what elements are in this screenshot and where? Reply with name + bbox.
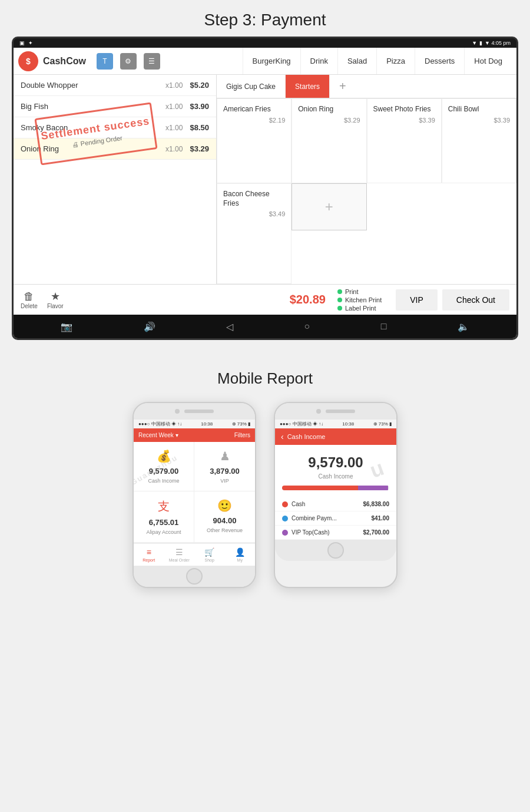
menu-item-add[interactable]: + [292,183,366,230]
cash-dot-1 [282,516,288,521]
cash-bar-purple [358,486,388,490]
report-week-title[interactable]: Recent Week ▾ [138,432,178,438]
phone1-top [134,403,255,420]
sub-tab-add[interactable]: + [330,75,356,98]
delete-action[interactable]: 🗑 Delete [21,291,38,309]
cash-income-icon: 💰 [157,449,171,463]
order-item-0[interactable]: Double Whopper x1.00 $5.20 [14,75,216,96]
menu-item-name-1: Onion Ring [298,105,360,114]
bnav-meal-icon: ☰ [175,547,183,557]
menu-item-2[interactable]: Sweet Photo Fries $3.39 [367,98,442,183]
menu-area: Gigis Cup Cake Starters + American Fries… [217,75,516,284]
app-navbar: $ CashCow T ⚙ ☰ BurgerKing Drink Salad P… [14,48,516,75]
android-home-btn[interactable]: ○ [304,321,310,332]
tablet-frame: ▣ ✦ ▼ ▮ ▼ 4:05 pm $ CashCow T ⚙ ☰ Burger… [12,37,518,340]
menu-item-price-3: $3.39 [493,117,510,124]
cash-income-title: Cash Income [287,433,326,440]
bnav-report[interactable]: ≡ Report [134,544,164,566]
print-label-1: Print [345,288,359,295]
print-dot-2 [337,298,342,302]
app-logo: $ [18,51,38,71]
phone2-home-button[interactable] [327,542,344,559]
print-label-2: Kitchen Print [345,296,382,303]
android-camera-btn[interactable]: 📷 [61,321,72,332]
tab-burgerking[interactable]: BurgerKing [243,48,300,74]
flavor-action[interactable]: ★ Flavor [47,290,64,309]
menu-item-0[interactable]: American Fries $2.19 [217,98,292,183]
list-icon[interactable]: ☰ [144,53,160,70]
cash-main-value: 9,579.00 [275,445,396,473]
item-qty-0: x1.00 [165,81,183,90]
android-back-btn[interactable]: ◁ [226,321,233,332]
sub-tab-starters[interactable]: Starters [286,75,330,98]
phone2-status-bar: ●●●○ 中国移动 ◈ ↑↓ 10:38 ⊕ 73% ▮ [275,420,396,428]
battery-icon: ▮ [479,40,482,46]
android-vol2-btn[interactable]: 🔈 [458,321,469,332]
print-dot-1 [337,289,342,294]
item-qty-1: x1.00 [165,103,183,111]
phone2-time: 10:38 [342,421,354,427]
phone2-camera [316,409,321,414]
vip-icon: ♟ [220,449,230,463]
cash-item-value-2: $2,700.00 [363,529,390,536]
bnav-my-icon: 👤 [235,547,245,557]
tab-desserts[interactable]: Desserts [415,48,464,74]
app-name-label: CashCow [43,56,86,67]
bnav-shop[interactable]: 🛒 Shop [194,544,225,566]
delete-label: Delete [21,303,38,309]
checkout-button[interactable]: Check Out [442,289,509,311]
cash-item-name-2: VIP Top(Cash) [292,529,360,536]
time-display: ▼ 4:05 pm [485,40,511,46]
tab-pizza[interactable]: Pizza [376,48,415,74]
tab-salad[interactable]: Salad [337,48,376,74]
phone2-battery: ⊕ 73% ▮ [373,421,392,427]
bnav-shop-label: Shop [205,558,214,562]
phone1-time: 10:38 [201,421,213,427]
other-revenue-label: Other Revenue [207,527,243,533]
android-vol-btn[interactable]: 🔊 [144,321,155,332]
menu-item-price-2: $3.39 [419,117,435,124]
tablet-status-bar: ▣ ✦ ▼ ▮ ▼ 4:05 pm [14,38,516,48]
tab-hotdog[interactable]: Hot Dog [464,48,512,74]
cash-item-2: VIP Top(Cash) $2,700.00 [275,526,396,540]
bnav-meal-order[interactable]: ☰ Meal Order [164,544,195,566]
report-header: Recent Week ▾ Filters [134,428,255,442]
cash-item-value-0: $6,838.00 [363,501,390,507]
phone1-battery: ⊕ 73% ▮ [232,421,250,427]
print-dot-3 [337,306,342,311]
tablet-content: $ CashCow T ⚙ ☰ BurgerKing Drink Salad P… [14,48,516,338]
item-qty-3: x1.00 [165,145,183,153]
phone2-top [275,403,396,420]
phone1-status-bar: ●●●○ 中国移动 ◈ ↑↓ 10:38 ⊕ 73% ▮ [134,420,255,428]
sub-category-row: Gigis Cup Cake Starters + [217,75,516,98]
tab-drink[interactable]: Drink [300,48,337,74]
bnav-my[interactable]: 👤 My [225,544,256,566]
delete-icon: 🗑 [24,291,34,303]
phone2-bottom [275,540,396,561]
order-total: $20.89 [73,293,326,306]
menu-item-3[interactable]: Chili Bowl $3.39 [442,98,516,183]
menu-item-4[interactable]: Bacon Cheese Fries $3.49 [217,183,292,284]
cash-bar-chart [282,486,389,490]
status-icon-dot: ✦ [28,40,33,46]
phone1-home-button[interactable] [186,568,203,585]
report-cell-3: 🙂 904.00 Other Revenue [194,491,255,543]
menu-grid: American Fries $2.19 Onion Ring $3.29 Sw… [217,98,516,284]
report-filter-btn[interactable]: Filters [234,432,250,438]
cash-dot-0 [282,501,288,507]
print-status: Print Kitchen Print Label Print [337,288,382,312]
android-recents-btn[interactable]: □ [381,321,387,332]
status-bar-left: ▣ ✦ [19,40,33,46]
phone2-screen: ●●●○ 中国移动 ◈ ↑↓ 10:38 ⊕ 73% ▮ ‹ Cash Inco… [275,420,396,540]
report-bottom-nav: ≡ Report ☰ Meal Order 🛒 Shop 👤 My [134,543,255,566]
alipay-value: 6,755.01 [149,518,179,527]
text-format-icon[interactable]: T [97,53,113,70]
settings-icon[interactable]: ⚙ [120,53,137,70]
back-icon[interactable]: ‹ [281,432,284,441]
vip-button[interactable]: VIP [396,289,438,311]
sub-tab-gigis[interactable]: Gigis Cup Cake [217,75,286,98]
vip-label: VIP [220,478,229,484]
report-cell-0: 💰 9,579.00 Cash Income [134,442,194,491]
menu-item-1[interactable]: Onion Ring $3.29 [292,98,366,183]
cash-item-1: Combine Paym... $41.00 [275,511,396,526]
